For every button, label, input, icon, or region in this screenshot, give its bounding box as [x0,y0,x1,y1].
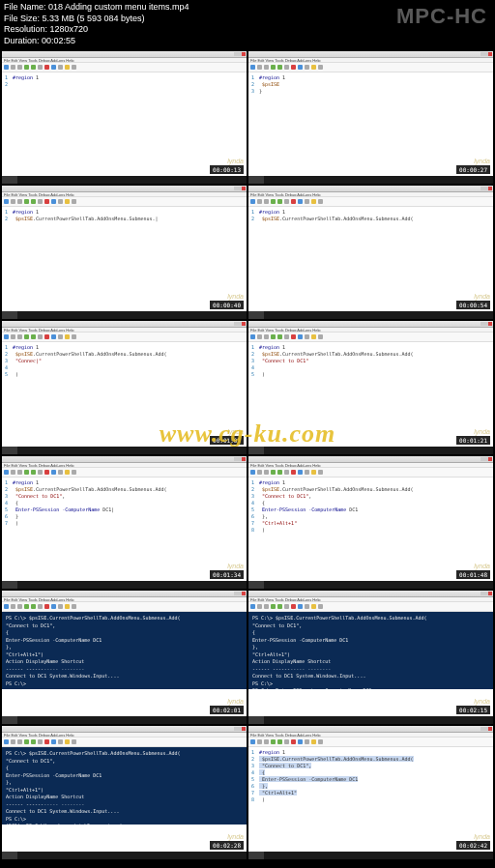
toolbar-icon [250,334,255,339]
toolbar-icon [11,739,15,744]
toolbar-icon [31,470,36,475]
taskbar [248,852,493,859]
thumbnail-5[interactable]: File Edit View Tools Debug Add-ons Help1… [248,321,493,454]
toolbar-icon [72,65,76,70]
window-titlebar [248,726,493,733]
toolbar-icon [4,199,9,204]
taskbar [2,176,247,184]
thumbnail-10[interactable]: File Edit View Tools Debug Add-ons HelpP… [2,726,247,859]
timestamp-overlay: 00:02:42 [456,841,490,850]
thumbnail-6[interactable]: File Edit View Tools Debug Add-ons Help1… [2,456,247,590]
thumbnail-8[interactable]: File Edit View Tools Debug Add-ons HelpP… [2,591,247,724]
timestamp-overlay: 00:00:13 [210,165,244,174]
toolbar-icon [17,65,22,70]
toolbar-icon [311,604,316,609]
toolbar-icon [318,470,323,475]
window-titlebar [2,321,247,328]
toolbar-icon [24,334,29,339]
toolbar-icon [291,199,296,204]
toolbar-icon [38,65,43,70]
toolbar-icon [305,334,309,339]
toolbar-icon [11,334,15,339]
toolbar-icon [72,334,76,339]
thumbnail-11[interactable]: File Edit View Tools Debug Add-ons Help1… [248,726,493,859]
toolbar-icon [31,739,36,744]
code-editor: 1#region 12 $psISE.CurrentPowerShellTab.… [2,477,247,564]
toolbar-icon [72,739,76,744]
toolbar-icon [72,604,76,609]
window-titlebar [248,321,493,328]
toolbar-icon [11,65,15,70]
toolbar-icon [58,334,63,339]
timestamp-overlay: 00:00:27 [456,165,490,174]
toolbar-icon [271,65,276,70]
code-editor: 1#region 12 $psISE3} [248,72,493,159]
window-titlebar [2,186,247,192]
toolbar-icon [17,739,22,744]
toolbar-icon [311,470,316,475]
lynda-watermark: lynda [227,563,244,569]
toolbar-icon [257,199,262,204]
toolbar-icon [271,470,276,475]
lynda-watermark: lynda [474,293,490,300]
toolbar-icon [24,604,29,609]
toolbar-icon [51,199,56,204]
toolbar-icon [38,470,43,475]
toolbar-icon [250,65,255,70]
toolbar-icon [4,739,9,744]
toolbar-icon [277,334,282,339]
timestamp-overlay: 00:00:40 [210,301,244,309]
code-editor: 1#region 12 $psISE.CurrentPowerShellTab.… [248,477,493,564]
taskbar [2,716,247,724]
toolbar-icon [58,470,63,475]
toolbar-icon [271,739,276,744]
toolbar-icon [284,470,289,475]
taskbar [248,176,493,184]
toolbar-icon [44,199,49,204]
toolbar-icon [51,65,56,70]
thumbnail-7[interactable]: File Edit View Tools Debug Add-ons Help1… [248,456,493,590]
thumbnail-0[interactable]: File Edit View Tools Debug Add-ons Help1… [2,51,247,185]
toolbar-icon [24,65,29,70]
start-button-icon [248,447,264,454]
toolbar [2,63,247,72]
toolbar-icon [277,739,282,744]
toolbar-icon [318,199,323,204]
powershell-console: PS C:\> $psISE.CurrentPowerShellTab.AddO… [2,612,247,689]
toolbar-icon [44,65,49,70]
lynda-watermark: lynda [227,833,244,840]
toolbar-icon [271,199,276,204]
taskbar [2,447,247,454]
toolbar-icon [58,604,63,609]
toolbar-icon [31,65,36,70]
toolbar-icon [264,604,269,609]
toolbar [248,468,493,477]
toolbar [2,333,247,342]
window-titlebar [248,591,493,597]
toolbar-icon [311,65,316,70]
toolbar-icon [11,199,15,204]
thumbnail-1[interactable]: File Edit View Tools Debug Add-ons Help1… [248,51,493,185]
taskbar [248,581,493,589]
start-button-icon [248,176,264,184]
timestamp-overlay: 00:00:54 [456,301,490,309]
code-editor: 1#region 12 [2,72,247,159]
toolbar-icon [311,334,316,339]
thumbnail-4[interactable]: File Edit View Tools Debug Add-ons Help1… [2,321,247,454]
thumbnail-3[interactable]: File Edit View Tools Debug Add-ons Help1… [248,186,493,319]
toolbar-icon [298,334,303,339]
thumbnail-2[interactable]: File Edit View Tools Debug Add-ons Help1… [2,186,247,319]
thumbnail-9[interactable]: File Edit View Tools Debug Add-ons HelpP… [248,591,493,724]
toolbar-icon [264,65,269,70]
code-editor: 1#region 12 $psISE.CurrentPowerShellTab.… [2,342,247,429]
timestamp-overlay: 00:02:28 [210,841,244,850]
lynda-watermark: lynda [474,833,490,840]
start-button-icon [2,176,17,184]
app-brand: MPC-HC [396,4,487,29]
lynda-watermark: lynda [227,698,244,705]
toolbar-icon [4,470,9,475]
toolbar-icon [284,199,289,204]
toolbar-icon [250,470,255,475]
toolbar-icon [257,470,262,475]
lynda-watermark: lynda [474,428,490,435]
